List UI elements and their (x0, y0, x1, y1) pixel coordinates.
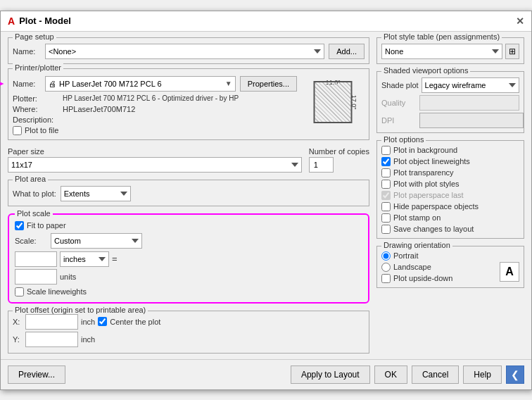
page-setup-title: Page setup (13, 32, 56, 41)
help-button[interactable]: Help (463, 365, 502, 384)
magenta-arrow: ➤ (0, 76, 4, 92)
footer-right: Apply to Layout OK Cancel Help ❮ (291, 365, 524, 384)
quality-label: Quality (381, 99, 417, 107)
printer-name-label: Name: (13, 80, 41, 88)
dpi-label: DPI (381, 116, 417, 125)
paper-inner (314, 81, 353, 123)
plot-paperspace-last-row: Plot paperspace last (381, 191, 519, 200)
pst-group: Plot style table (pen assignments) None … (376, 37, 524, 64)
center-plot-checkbox[interactable] (98, 317, 107, 326)
landscape-row: Landscape (381, 263, 519, 272)
page-setup-name-select[interactable]: <None> (45, 44, 324, 59)
add-button[interactable]: Add... (329, 44, 365, 59)
dpi-row: DPI (381, 113, 519, 128)
back-button[interactable]: ❮ (506, 365, 524, 384)
plot-object-lineweights-checkbox[interactable] (381, 157, 391, 166)
plot-scale-title: Plot scale (15, 209, 53, 218)
shade-plot-select[interactable]: Legacy wireframe (422, 77, 519, 93)
x-axis-label: X: (13, 318, 23, 326)
plot-with-styles-row: Plot with plot styles (381, 180, 519, 189)
landscape-label: Landscape (393, 263, 431, 271)
plot-stamp-row: Plot stamp on (381, 213, 519, 223)
landscape-radio[interactable] (381, 263, 391, 272)
equals-sign: = (112, 254, 118, 264)
pst-select[interactable]: None (381, 44, 502, 59)
scale-select[interactable]: Fit to paperCustom1:11:21:41:8 (51, 233, 142, 249)
page-setup-name-row: Name: <None> Add... (13, 44, 365, 59)
what-to-plot-label: What to plot: (13, 189, 56, 198)
right-panel: Plot style table (pen assignments) None … (376, 37, 524, 354)
where-value: HPLaserJet700M712 (63, 105, 135, 113)
plot-scale-group: Plot scale Fit to paper Scale: Fit to pa… (8, 213, 369, 304)
y-offset-input[interactable]: 0.201854 (25, 332, 78, 347)
scale-num-input[interactable]: 1 (15, 251, 57, 267)
scale-row: Scale: Fit to paperCustom1:11:21:41:8 (15, 233, 362, 249)
footer-left: Preview... (8, 365, 65, 384)
copies-input[interactable]: 1 (309, 157, 334, 173)
paper-preview-container: 11.0" 17.0" (301, 76, 365, 129)
fit-to-paper-checkbox[interactable] (15, 221, 24, 230)
plot-offset-title: Plot offset (origin set to printable are… (13, 306, 148, 314)
drawing-orient-title: Drawing orientation (381, 241, 452, 249)
paper-copies-row: Paper size 11x17 Number of copies 1 (8, 147, 369, 173)
scale-label: Scale: (15, 237, 46, 245)
printer-name-container: ➤ Name: 🖨 HP LaserJet 700 M712 PCL 6 ▼ P… (13, 76, 297, 92)
plot-transparency-row: Plot transparency (381, 168, 519, 177)
portrait-label: Portrait (393, 251, 418, 260)
description-label: Description: (13, 115, 58, 124)
x-offset-input[interactable]: 0.000000 (25, 314, 78, 330)
shaded-title: Shaded viewport options (381, 66, 470, 75)
where-label: Where: (13, 105, 58, 113)
scale-lineweights-checkbox[interactable] (15, 287, 24, 296)
orientation-a-button: A (500, 262, 519, 282)
hide-paperspace-checkbox[interactable] (381, 202, 391, 211)
plot-with-styles-checkbox[interactable] (381, 180, 391, 189)
portrait-radio[interactable] (381, 251, 391, 261)
pst-edit-button[interactable]: ⊞ (505, 44, 519, 59)
ok-button[interactable]: OK (374, 365, 407, 384)
preview-button[interactable]: Preview... (8, 365, 65, 384)
plot-offset-group: Plot offset (origin set to printable are… (8, 311, 369, 354)
paper-size-col: Paper size 11x17 (8, 147, 302, 173)
paper-size-select[interactable]: 11x17 (8, 157, 302, 173)
save-changes-checkbox[interactable] (381, 225, 391, 234)
plotter-label: Plotter: (13, 94, 58, 103)
center-plot-label: Center the plot (110, 318, 160, 326)
plot-stamp-checkbox[interactable] (381, 213, 391, 223)
units-input[interactable]: 51.51 (15, 269, 57, 285)
printer-icon: 🖨 (49, 80, 56, 88)
plot-transparency-checkbox[interactable] (381, 168, 391, 177)
plot-area-group: Plot area What to plot: Extents (8, 180, 369, 206)
plot-in-background-label: Plot in background (393, 146, 457, 154)
paper-size-label: Paper size (8, 147, 302, 156)
properties-button[interactable]: Properties... (240, 76, 297, 92)
fit-to-paper-label: Fit to paper (27, 221, 66, 230)
shade-plot-row: Shade plot Legacy wireframe (381, 77, 519, 93)
left-panel: Page setup Name: <None> Add... Printer/p… (8, 37, 369, 354)
portrait-row: Portrait (381, 251, 519, 261)
upside-down-label: Plot upside-down (393, 274, 452, 282)
close-button[interactable]: ✕ (516, 15, 524, 27)
apply-to-layout-button[interactable]: Apply to Layout (291, 365, 370, 384)
offset-fields: X: 0.000000 inch Center the plot Y: 0.20… (13, 314, 365, 347)
description-row: Description: (13, 115, 297, 124)
cancel-button[interactable]: Cancel (412, 365, 459, 384)
scale-unit-select[interactable]: inchesmm (60, 251, 109, 267)
page-setup-name-label: Name: (13, 47, 41, 56)
paper-preview: 11.0" 17.0" (301, 76, 365, 129)
plot-to-file-checkbox[interactable] (13, 126, 22, 135)
plot-object-lineweights-label: Plot object lineweights (393, 157, 470, 165)
what-to-plot-select[interactable]: Extents (61, 186, 131, 201)
printer-name-display: 🖨 HP LaserJet 700 M712 PCL 6 ▼ (45, 76, 236, 92)
scale-lineweights-row: Scale lineweights (15, 287, 362, 296)
plot-in-background-checkbox[interactable] (381, 146, 391, 155)
printer-section-label: Printer/plotter (13, 63, 63, 72)
plot-with-styles-label: Plot with plot styles (393, 180, 460, 188)
upside-down-checkbox[interactable] (381, 274, 391, 283)
num-copies-label: Number of copies (309, 147, 369, 156)
units-row: 51.51 units (15, 269, 362, 285)
shaded-group: Shaded viewport options Shade plot Legac… (376, 71, 524, 133)
save-changes-label: Save changes to layout (393, 225, 474, 233)
pst-row: None ⊞ (381, 44, 519, 59)
save-changes-row: Save changes to layout (381, 225, 519, 234)
